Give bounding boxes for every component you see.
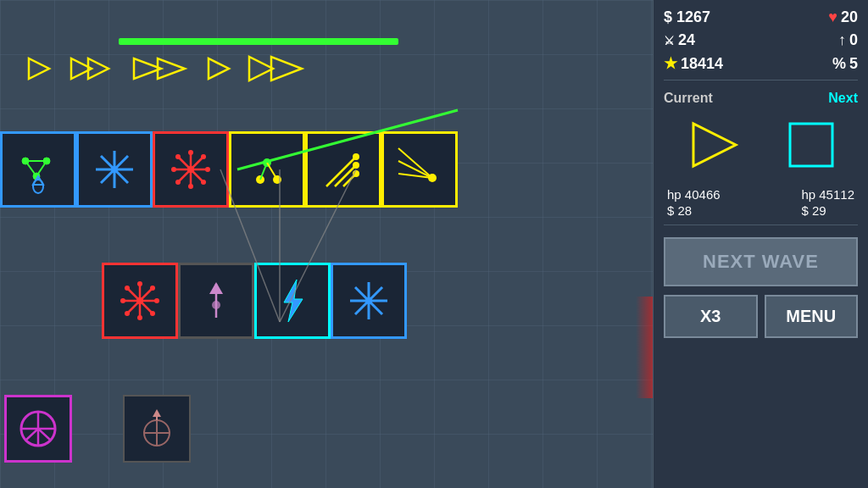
svg-point-56 bbox=[154, 298, 159, 303]
heart-icon: ♥ bbox=[828, 8, 837, 26]
tower-node[interactable] bbox=[229, 131, 305, 208]
enemy-2 bbox=[68, 55, 115, 82]
svg-line-79 bbox=[38, 429, 50, 440]
svg-point-30 bbox=[201, 180, 206, 185]
hearts-stat: ♥ 20 bbox=[828, 8, 858, 26]
x3-button[interactable]: X3 bbox=[664, 295, 758, 338]
svg-point-29 bbox=[175, 154, 181, 159]
tower-row-1 bbox=[0, 131, 458, 208]
svg-line-39 bbox=[326, 157, 356, 186]
svg-line-13 bbox=[25, 161, 36, 176]
next-hp: hp 45112 bbox=[801, 187, 854, 202]
svg-point-64 bbox=[212, 301, 220, 309]
money-stat: $ 1267 bbox=[664, 8, 710, 26]
tower-lightning[interactable] bbox=[254, 263, 331, 339]
svg-marker-5 bbox=[209, 58, 229, 79]
svg-point-26 bbox=[188, 184, 193, 189]
svg-point-54 bbox=[137, 315, 142, 320]
current-label: Current bbox=[664, 91, 713, 106]
svg-point-57 bbox=[125, 286, 130, 291]
enemy-1 bbox=[25, 55, 53, 82]
stats-money-hearts: $ 1267 ♥ 20 bbox=[664, 8, 858, 26]
bottom-buttons: X3 MENU bbox=[664, 295, 858, 338]
svg-point-33 bbox=[187, 166, 194, 173]
svg-point-31 bbox=[201, 154, 206, 159]
svg-point-70 bbox=[365, 297, 372, 304]
tower-burst-2[interactable] bbox=[102, 263, 178, 339]
arrow-stat: ↑ 0 bbox=[838, 31, 858, 49]
svg-point-44 bbox=[353, 170, 359, 177]
next-enemy-stats: hp 45112 $ 29 bbox=[801, 187, 854, 218]
stats-sword-arrow: ⚔ 24 ↑ 0 bbox=[664, 31, 858, 49]
percent-value: 5 bbox=[849, 55, 858, 73]
progress-bar bbox=[119, 38, 398, 45]
svg-line-38 bbox=[267, 163, 277, 180]
svg-point-59 bbox=[150, 286, 155, 291]
next-wave-button[interactable]: NEXT WAVE bbox=[664, 237, 858, 286]
enemy-4 bbox=[205, 55, 232, 82]
menu-button[interactable]: MENU bbox=[765, 295, 859, 338]
svg-point-20 bbox=[111, 166, 118, 173]
svg-point-55 bbox=[120, 298, 125, 303]
next-label: Next bbox=[828, 91, 858, 106]
enemies-row bbox=[25, 55, 307, 82]
svg-line-78 bbox=[26, 429, 38, 440]
svg-marker-7 bbox=[271, 57, 302, 80]
svg-point-27 bbox=[171, 167, 176, 172]
right-panel: $ 1267 ♥ 20 ⚔ 24 ↑ 0 ★ 18414 % 5 Current… bbox=[653, 0, 868, 488]
current-money: $ 28 bbox=[667, 203, 721, 218]
svg-marker-85 bbox=[693, 124, 736, 166]
svg-point-48 bbox=[428, 174, 437, 182]
percent-icon: % bbox=[832, 55, 846, 73]
tower-arrow[interactable] bbox=[305, 131, 381, 208]
next-enemy bbox=[786, 119, 837, 174]
tower-ice-2[interactable] bbox=[331, 263, 407, 339]
svg-point-60 bbox=[125, 311, 130, 316]
current-enemy-stats: hp 40466 $ 28 bbox=[667, 187, 721, 218]
tower-ice[interactable] bbox=[76, 131, 153, 208]
svg-rect-86 bbox=[790, 124, 832, 166]
tower-water[interactable] bbox=[0, 131, 76, 208]
enemy-5 bbox=[248, 55, 307, 82]
tower-burst-1[interactable] bbox=[153, 131, 229, 208]
tower-crosshair[interactable] bbox=[123, 395, 191, 463]
svg-point-53 bbox=[137, 281, 142, 286]
tower-beam[interactable] bbox=[381, 131, 458, 208]
money-value: $ 1267 bbox=[664, 8, 710, 26]
svg-line-12 bbox=[36, 161, 47, 176]
hearts-value: 20 bbox=[841, 8, 858, 26]
enemy-3 bbox=[131, 55, 190, 82]
tower-empty bbox=[178, 263, 254, 339]
tower-row-2 bbox=[102, 263, 407, 339]
enemy-stats: hp 40466 $ 28 hp 45112 $ 29 bbox=[664, 187, 858, 218]
percent-stat: % 5 bbox=[832, 55, 858, 73]
svg-marker-6 bbox=[249, 57, 273, 80]
next-money: $ 29 bbox=[801, 203, 854, 218]
svg-point-61 bbox=[136, 297, 143, 304]
star-stat: ★ 18414 bbox=[664, 54, 723, 73]
svg-point-42 bbox=[353, 153, 359, 160]
svg-point-43 bbox=[353, 162, 359, 169]
tower-purple[interactable] bbox=[4, 395, 72, 463]
current-next-header: Current Next bbox=[664, 91, 858, 106]
red-glow bbox=[636, 297, 653, 398]
svg-marker-84 bbox=[153, 409, 161, 417]
svg-marker-0 bbox=[29, 58, 49, 79]
current-hp: hp 40466 bbox=[667, 187, 721, 202]
enemy-display bbox=[664, 111, 858, 182]
game-area bbox=[0, 0, 653, 488]
stats-star-percent: ★ 18414 % 5 bbox=[664, 54, 858, 73]
arrow-icon: ↑ bbox=[838, 31, 846, 49]
divider-1 bbox=[664, 80, 858, 80]
sword-icon: ⚔ bbox=[664, 34, 675, 47]
sword-stat: ⚔ 24 bbox=[664, 31, 695, 49]
svg-marker-63 bbox=[209, 282, 223, 294]
svg-marker-65 bbox=[284, 280, 303, 322]
svg-point-25 bbox=[188, 150, 193, 155]
arrow-value: 0 bbox=[849, 31, 858, 49]
star-value: 18414 bbox=[681, 55, 723, 73]
svg-point-58 bbox=[150, 311, 155, 316]
svg-point-32 bbox=[175, 180, 181, 185]
star-icon: ★ bbox=[664, 54, 677, 73]
svg-point-28 bbox=[205, 167, 210, 172]
